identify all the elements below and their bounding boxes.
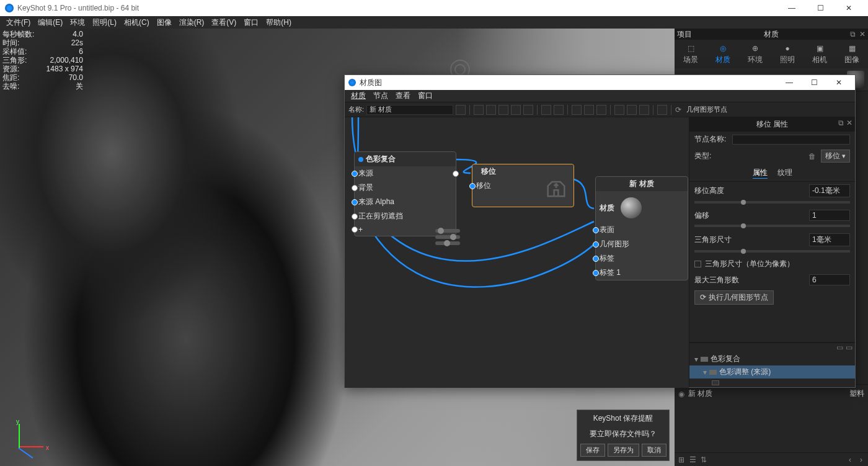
mg-maximize-button[interactable]: ☐ — [802, 78, 826, 87]
node-color-composite[interactable]: 色彩复合 来源 背景 来源 Alpha 正在剪切遮挡 + — [354, 151, 456, 236]
menu-edit[interactable]: 编辑(E) — [34, 16, 66, 29]
chevron-down-icon[interactable]: ▾ — [703, 368, 707, 377]
disp-height-input[interactable]: -0.1毫米 — [809, 184, 850, 197]
menu-file[interactable]: 文件(F) — [2, 16, 34, 29]
chevron-right-icon[interactable]: › — [857, 455, 866, 464]
tab-properties[interactable]: 属性 — [753, 168, 768, 179]
tree-item[interactable] — [689, 379, 855, 387]
tab-environment[interactable]: ⊕环境 — [739, 40, 771, 68]
mg-menu-node[interactable]: 节点 — [371, 91, 391, 101]
tab-scene[interactable]: ⬚场景 — [675, 40, 707, 68]
node-port[interactable] — [593, 241, 599, 248]
trash-icon[interactable]: 🗑 — [808, 152, 817, 161]
mg-trash-icon[interactable] — [554, 105, 564, 115]
image-icon: ▦ — [847, 43, 857, 53]
mg-titlebar[interactable]: 材质图 — ☐ ✕ — [345, 75, 855, 90]
mg-menu-window[interactable]: 窗口 — [415, 91, 435, 101]
menu-render[interactable]: 渲染(R) — [175, 16, 208, 29]
mg-tool-icon[interactable] — [474, 105, 484, 115]
maxtri-label: 最大三角形数 — [694, 275, 805, 285]
trisize-input[interactable]: 1毫米 — [809, 233, 850, 246]
mg-name-input[interactable] — [366, 105, 453, 115]
tab-image[interactable]: ▦图像 — [836, 40, 868, 68]
node-port[interactable] — [352, 185, 358, 191]
mg-tool-icon[interactable] — [614, 105, 624, 115]
tree-item[interactable]: ▾ 色彩复合 — [689, 352, 855, 365]
tripx-checkbox[interactable] — [694, 261, 701, 267]
tree-tool-icon[interactable]: ▭ — [846, 343, 852, 352]
mg-refresh-icon[interactable]: ⟳ — [675, 105, 681, 114]
nodename-input[interactable] — [732, 135, 850, 145]
node-material[interactable]: 新 材质 材质 表面 几何图形 标签 标签 1 — [595, 176, 688, 280]
tab-lighting[interactable]: ●照明 — [771, 40, 804, 68]
mg-geo-label[interactable]: 几何图形节点 — [684, 105, 730, 114]
node-port[interactable] — [352, 199, 358, 205]
prop-close-icon[interactable]: ✕ — [846, 119, 852, 127]
mg-minimize-button[interactable]: — — [777, 78, 802, 87]
node-port[interactable] — [352, 226, 358, 233]
node-port-label: + — [358, 225, 363, 234]
mg-copy-icon[interactable] — [541, 105, 551, 115]
node-port-out[interactable] — [453, 171, 459, 177]
axis-gizmo[interactable]: x y — [12, 418, 50, 455]
node-displacement[interactable]: 移位 移位 — [472, 164, 574, 207]
material-list-item[interactable]: ◉ 新 材质 塑料 — [677, 387, 866, 400]
minimize-button[interactable]: — — [777, 0, 806, 16]
menu-camera[interactable]: 相机(C) — [120, 16, 153, 29]
save-button[interactable]: 保存 — [580, 444, 605, 457]
mg-menu-material[interactable]: 材质 — [348, 91, 368, 101]
prop-popout-icon[interactable]: ⧉ — [838, 119, 844, 127]
node-port[interactable] — [469, 183, 476, 189]
maxtri-input[interactable]: 6 — [809, 274, 850, 285]
mg-tool-icon[interactable] — [523, 105, 533, 115]
menu-image[interactable]: 图像 — [153, 16, 175, 29]
mg-tool-icon[interactable] — [498, 105, 508, 115]
mg-tool-icon[interactable] — [627, 105, 637, 115]
node-properties-panel: 移位 属性 ⧉✕ 节点名称: 类型: 🗑 移位 ▾ 属性 纹理 移位高度 -0.… — [689, 117, 855, 387]
node-port[interactable] — [352, 213, 358, 220]
tree-item[interactable]: ▾ 色彩调整 (来源) — [689, 365, 855, 379]
mg-tool-icon[interactable] — [596, 105, 606, 115]
chevron-left-icon[interactable]: ‹ — [846, 455, 854, 464]
mg-tool-icon[interactable] — [511, 105, 521, 115]
mg-tool-icon[interactable] — [486, 105, 496, 115]
tab-camera[interactable]: ▣相机 — [804, 40, 836, 68]
grid-icon[interactable]: ⊞ — [677, 455, 686, 464]
saveas-button[interactable]: 另存为 — [608, 444, 639, 457]
execute-geo-button[interactable]: ⟳执行几何图形节点 — [694, 290, 774, 305]
mg-tool-icon[interactable] — [584, 105, 594, 115]
menu-env[interactable]: 环境 — [66, 16, 89, 29]
panel-close-icon[interactable]: ✕ — [859, 30, 866, 38]
offset-slider[interactable] — [694, 225, 850, 227]
type-dropdown[interactable]: 移位 ▾ — [821, 150, 850, 163]
offset-input[interactable]: 1 — [809, 210, 850, 221]
sort-icon[interactable]: ⇅ — [699, 455, 708, 464]
camera-icon: ▣ — [815, 43, 825, 53]
cancel-button[interactable]: 取消 — [642, 444, 666, 457]
tree-tool-icon[interactable]: ▭ — [836, 343, 843, 352]
mg-save-icon[interactable] — [456, 105, 466, 115]
list-icon[interactable]: ☰ — [688, 455, 697, 464]
node-port[interactable] — [352, 171, 358, 177]
node-port[interactable] — [593, 256, 599, 262]
menu-lighting[interactable]: 照明(L) — [89, 16, 120, 29]
mg-tool-icon[interactable] — [657, 105, 667, 115]
node-port[interactable] — [593, 227, 599, 233]
mg-menu-view[interactable]: 查看 — [393, 91, 413, 101]
node-canvas[interactable]: 色彩复合 来源 背景 来源 Alpha 正在剪切遮挡 + 移位 移位 新 材质 … — [345, 117, 689, 388]
panel-popout-icon[interactable]: ⧉ — [850, 30, 856, 38]
trisize-slider[interactable] — [694, 250, 850, 253]
menu-window[interactable]: 窗口 — [240, 16, 262, 29]
node-port[interactable] — [593, 270, 599, 276]
mg-tool-icon[interactable] — [572, 105, 582, 115]
disp-height-slider[interactable] — [694, 201, 850, 204]
menu-view[interactable]: 查看(V) — [208, 16, 240, 29]
mg-close-button[interactable]: ✕ — [826, 78, 851, 87]
tab-texture[interactable]: 纹理 — [777, 168, 792, 179]
menu-help[interactable]: 帮助(H) — [262, 16, 295, 29]
chevron-down-icon[interactable]: ▾ — [694, 355, 698, 364]
mg-tool-icon[interactable] — [639, 105, 649, 115]
maximize-button[interactable]: ☐ — [806, 0, 835, 16]
close-button[interactable]: ✕ — [835, 0, 863, 16]
tab-material[interactable]: ◎材质 — [707, 40, 739, 68]
